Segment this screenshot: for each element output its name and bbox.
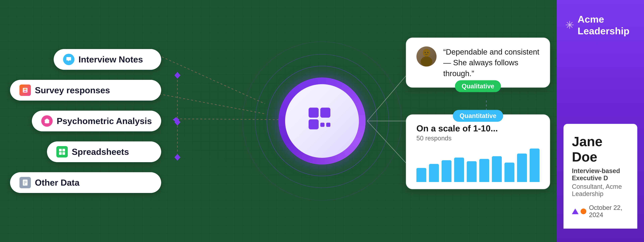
svg-point-39	[425, 52, 426, 53]
profile-shapes	[572, 209, 586, 214]
center-hub	[278, 78, 366, 164]
circle-shape	[580, 209, 586, 214]
grid-icon	[56, 146, 68, 157]
quote-text: “Dependable and consistent — She always …	[443, 46, 540, 79]
quant-subtitle: 50 responds	[416, 135, 540, 142]
other-data-pill[interactable]: Other Data	[10, 172, 161, 193]
profile-logo-area: ✳ Acme Leadership	[565, 13, 636, 37]
svg-marker-4	[174, 72, 180, 79]
output-cards: “Dependable and consistent — She always …	[406, 38, 550, 189]
triangle-shape	[572, 209, 578, 214]
survey-responses-label: Survey responses	[35, 85, 110, 95]
quant-title: On a scale of 1-10...	[416, 123, 540, 133]
chat-icon	[63, 54, 74, 65]
svg-marker-3	[174, 119, 180, 125]
bar-7	[492, 156, 502, 182]
main-background: Interview Notes Survey responses Psychom…	[0, 0, 644, 242]
company-logo-icon: ✳	[565, 19, 574, 31]
profile-date: October 22, 2024	[589, 204, 629, 219]
svg-rect-26	[59, 152, 62, 155]
svg-marker-6	[173, 117, 180, 122]
svg-rect-25	[62, 149, 65, 151]
svg-marker-8	[174, 154, 180, 161]
input-sources-panel: Interview Notes Survey responses Psychom…	[10, 49, 161, 193]
svg-rect-24	[59, 149, 62, 151]
svg-rect-35	[320, 123, 324, 127]
bar-1	[416, 168, 426, 182]
psychometric-analysis-pill[interactable]: Psychometric Analysis	[32, 111, 161, 131]
profile-panel: ✳ Acme Leadership Jane Doe Interview-bas…	[557, 0, 644, 242]
hub-inner-circle	[285, 84, 359, 158]
ap-logo	[305, 104, 339, 138]
profile-divider: Jane Doe Interview-based Executive D Con…	[565, 43, 636, 229]
bar-2	[429, 164, 439, 182]
profile-name: Jane Doe	[572, 134, 629, 165]
bar-3	[442, 160, 452, 182]
profile-date-row: October 22, 2024	[572, 204, 629, 219]
bar-8	[504, 163, 514, 182]
bar-10	[530, 149, 540, 182]
profile-role: Interview-based Executive D	[572, 167, 629, 182]
bar-9	[517, 154, 527, 182]
qualitative-card: “Dependable and consistent — She always …	[406, 38, 550, 88]
bar-6	[479, 159, 489, 182]
brain-icon	[41, 115, 53, 127]
svg-point-37	[423, 49, 430, 57]
bar-4	[454, 158, 464, 182]
other-data-label: Other Data	[35, 178, 80, 188]
psychometric-label: Psychometric Analysis	[57, 116, 152, 126]
svg-point-40	[427, 52, 428, 53]
svg-rect-36	[326, 123, 330, 127]
profile-company-sub: Consultant, Acme Leadership	[572, 183, 629, 198]
company-name: Acme Leadership	[578, 13, 636, 37]
document-icon	[20, 177, 31, 188]
survey-icon	[20, 85, 31, 96]
svg-rect-32	[308, 108, 319, 118]
svg-rect-34	[308, 119, 319, 129]
interview-notes-label: Interview Notes	[78, 54, 143, 64]
svg-rect-23	[23, 88, 28, 93]
quantitative-badge: Quantitative	[453, 110, 503, 122]
bar-chart	[416, 149, 540, 182]
profile-name-section: Jane Doe Interview-based Executive D Con…	[564, 124, 637, 229]
hub-ring	[278, 78, 366, 164]
bar-5	[467, 161, 477, 182]
spreadsheets-label: Spreadsheets	[72, 147, 129, 157]
spreadsheets-pill[interactable]: Spreadsheets	[47, 141, 161, 162]
quantitative-card: Quantitative On a scale of 1-10... 50 re…	[406, 115, 550, 189]
avatar	[416, 46, 436, 67]
qualitative-badge: Qualitative	[455, 80, 501, 92]
svg-rect-33	[320, 108, 330, 118]
interview-notes-pill[interactable]: Interview Notes	[54, 49, 161, 70]
survey-responses-pill[interactable]: Survey responses	[10, 80, 161, 101]
svg-point-38	[420, 57, 432, 67]
svg-rect-27	[62, 152, 65, 155]
